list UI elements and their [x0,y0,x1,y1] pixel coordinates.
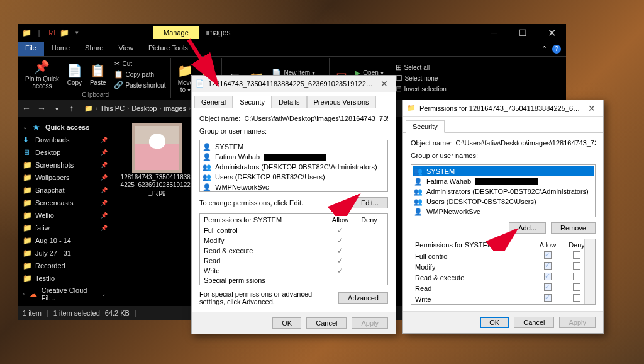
checkbox-qat-icon[interactable]: ☑ [47,28,57,38]
deny-checkbox[interactable] [573,251,580,259]
list-item[interactable]: 👥Users (DESKTOP-0BST82C\Users) [413,196,594,207]
sidebar-downloads[interactable]: ⬇Downloads📌 [18,134,113,146]
minimize-button[interactable]: ─ [479,24,508,42]
dialog-close-button[interactable]: ✕ [584,103,599,113]
list-item[interactable]: 👤Fatima Wahab [413,176,594,186]
tab-picture-tools[interactable]: Picture Tools [141,42,196,56]
list-item[interactable]: 👤Fatima Wahab [201,152,386,162]
list-item[interactable]: 👤WMPNetworkSvc [413,207,594,217]
allow-checkbox[interactable] [544,262,552,270]
invert-selection-button[interactable]: ⊟Invert selection [394,84,448,94]
perm-row: Modify [411,261,595,272]
maximize-button[interactable]: ☐ [508,24,537,42]
breadcrumb-sep: › [189,105,191,111]
add-button[interactable]: Add... [509,222,546,234]
perm-row: Read [411,283,595,293]
deny-checkbox[interactable] [573,283,580,291]
deny-checkbox[interactable] [573,273,580,280]
select-all-button[interactable]: ⊞Select all [394,62,448,72]
allow-checkbox[interactable] [544,273,552,280]
remove-button[interactable]: Remove [551,222,596,234]
sidebar-snapchat[interactable]: 📁Snapchat📌 [18,184,113,196]
crumb-thispc[interactable]: This PC [100,105,125,112]
cut-button[interactable]: ✂Cut [113,59,167,69]
sidebar-desktop[interactable]: 🖥Desktop📌 [18,146,113,159]
up-button[interactable]: ↑ [65,103,78,113]
tab-home[interactable]: Home [44,42,77,56]
list-item[interactable]: 👥Administrators (DESKTOP-0BST82C\Adminis… [201,162,386,172]
qat-divider: | [34,28,44,38]
tab-view[interactable]: View [111,42,141,56]
ribbon-collapse-icon[interactable]: ⌃ [541,45,547,53]
crumb-images[interactable]: images [164,105,186,112]
list-item[interactable]: 👥Users (DESKTOP-0BST82C\Users) [201,172,386,182]
group-icon: 👥 [414,187,423,196]
file-item[interactable]: 128164743_735041183884225_62369102351912… [119,123,195,196]
edit-button[interactable]: Edit... [352,197,388,208]
tab-previous-versions[interactable]: Previous Versions [307,96,376,108]
list-item-selected[interactable]: 👥SYSTEM [413,166,594,176]
deny-checkbox[interactable] [573,294,580,302]
list-item[interactable]: 👤SYSTEM [201,142,386,152]
tab-share[interactable]: Share [77,42,111,56]
crumb-desktop[interactable]: Desktop [131,105,157,112]
perm-row: Modify✓ [200,236,387,246]
ok-button[interactable]: OK [480,317,509,328]
close-button[interactable]: ✕ [537,24,566,42]
ribbon-tabs: File Home Share View Picture Tools ⌃ ? [18,42,566,57]
back-button[interactable]: ← [20,103,33,113]
sidebar-quick-access[interactable]: ⌄★Quick access [18,121,113,134]
folder-qat-icon[interactable]: 📁 [59,28,69,38]
copy-path-button[interactable]: 📋Copy path [113,69,167,79]
copy-button[interactable]: 📄Copy [65,62,84,88]
apply-button[interactable]: Apply [559,317,596,328]
group-icon: 👥 [203,162,211,171]
recent-dropdown[interactable]: ▾ [50,105,63,112]
tab-security[interactable]: Security [233,96,272,108]
sidebar-fatiw[interactable]: 📁fatiw📌 [18,222,113,234]
forward-button[interactable]: → [35,103,48,113]
allow-checkbox[interactable] [544,283,552,291]
sidebar-july27[interactable]: 📁July 27 - 31 [18,247,113,259]
paste-button[interactable]: 📋Paste [89,62,108,88]
pin-button[interactable]: 📌Pin to Quick access [24,58,60,91]
paste-shortcut-button[interactable]: 🔗Paste shortcut [113,80,167,90]
titlebar: 📁 | ☑ 📁 ▾ Manage images ─ ☐ ✕ [18,24,566,42]
sidebar-recorded[interactable]: 📁Recorded [18,259,113,272]
list-item[interactable]: 👥Administrators (DESKTOP-0BST82C\Adminis… [413,186,594,196]
group-users-label: Group or user names: [411,152,596,159]
select-none-button[interactable]: ☐Select none [394,73,448,83]
sidebar-aug10[interactable]: 📁Aug 10 - 14 [18,234,113,247]
sidebar-creative-cloud[interactable]: ›☁Creative Cloud Fil…⌄ [18,285,113,304]
tab-details[interactable]: Details [272,96,307,108]
cancel-button[interactable]: Cancel [306,317,347,329]
cancel-button[interactable]: Cancel [514,317,554,328]
tab-general[interactable]: General [194,96,233,108]
sidebar-screencasts[interactable]: 📁Screencasts📌 [18,196,113,209]
user-icon: 👤 [203,152,211,161]
tab-security[interactable]: Security [406,120,445,133]
ok-button[interactable]: OK [272,317,301,329]
users-listbox[interactable]: 👥SYSTEM 👤Fatima Wahab 👥Administrators (D… [411,164,596,217]
manage-contextual-tab[interactable]: Manage [153,26,199,39]
sidebar-wallpapers[interactable]: 📁Wallpapers📌 [18,171,113,184]
qat-dropdown-icon[interactable]: ▾ [72,28,82,38]
deny-checkbox[interactable] [573,262,580,270]
advanced-button[interactable]: Advanced [338,292,388,304]
sidebar-screenshots[interactable]: 📁Screenshots📌 [18,159,113,171]
address-bar[interactable]: 📁 › This PC › Desktop › images › [80,103,194,114]
pin-icon: 📌 [101,174,108,181]
help-icon[interactable]: ? [552,45,561,54]
allow-checkbox[interactable] [544,294,552,302]
allow-checkbox[interactable] [544,251,552,259]
status-items: 1 item [23,309,42,317]
tab-file[interactable]: File [18,42,44,56]
group-icon: 👥 [414,197,423,206]
list-item[interactable]: 👤WMPNetworkSvc [201,182,386,192]
sidebar-wellio[interactable]: 📁Wellio📌 [18,209,113,222]
dialog-close-button[interactable]: ✕ [377,79,392,89]
apply-button[interactable]: Apply [352,317,388,329]
users-listbox[interactable]: 👤SYSTEM 👤Fatima Wahab 👥Administrators (D… [199,140,388,192]
sidebar-testlio[interactable]: 📁Testlio [18,272,113,285]
permissions-table: Permissions for SYSTEM Allow Deny Full c… [411,239,596,305]
